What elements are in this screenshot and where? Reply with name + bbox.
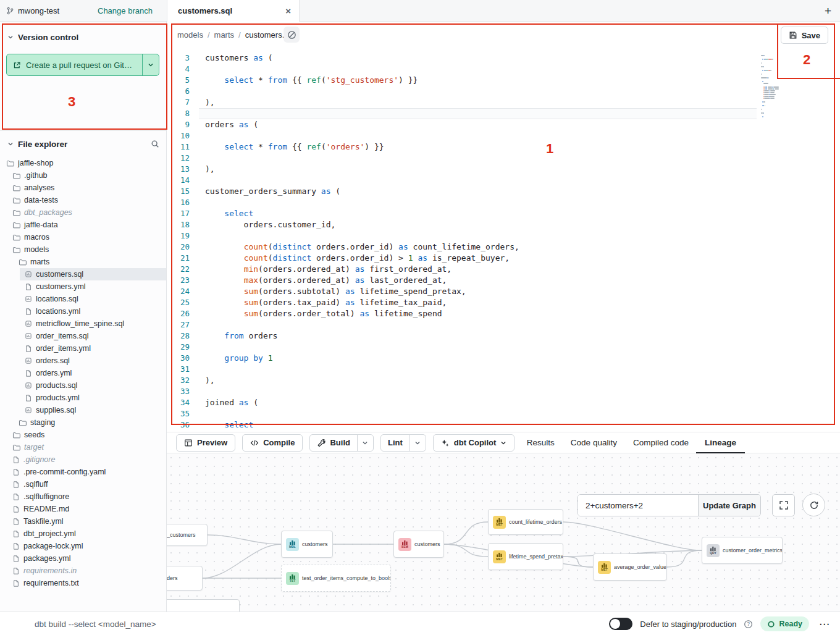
code-editor[interactable]: 3customers as (45 select * from {{ ref('… xyxy=(167,48,840,432)
code-line-27[interactable]: 27 xyxy=(167,319,840,330)
tab-compiled-code[interactable]: Compiled code xyxy=(633,432,689,453)
tree-item-orders.sql[interactable]: orders.sql xyxy=(0,355,167,367)
tree-item-requirements.in[interactable]: requirements.in xyxy=(0,565,167,577)
branch-indicator[interactable]: mwong-test xyxy=(6,0,59,22)
tree-item-macros[interactable]: macros xyxy=(0,231,167,243)
lineage-node-stg_customers[interactable]: MDLstg_customers xyxy=(167,524,208,546)
tree-item-requirements.txt[interactable]: requirements.txt xyxy=(0,577,167,589)
code-line-14[interactable]: 14 xyxy=(167,175,840,186)
code-line-18[interactable]: 18 orders.customer_id, xyxy=(167,219,840,230)
tree-item-packages.yml[interactable]: packages.yml xyxy=(0,552,167,565)
editor-minimap[interactable] xyxy=(761,55,810,118)
code-line-25[interactable]: 25 sum(orders.tax_paid) as lifetime_tax_… xyxy=(167,297,840,308)
tree-item-customers.yml[interactable]: customers.yml xyxy=(0,280,167,293)
code-line-26[interactable]: 26 sum(orders.order_total) as lifetime_s… xyxy=(167,308,840,319)
tree-item-package-lock.yml[interactable]: package-lock.yml xyxy=(0,540,167,552)
breadcrumb-item[interactable]: models xyxy=(177,30,203,40)
tree-item-.sqlfluffignore[interactable]: .sqlfluffignore xyxy=(0,490,167,503)
change-branch-link[interactable]: Change branch xyxy=(98,0,153,22)
code-line-15[interactable]: 15customer_orders_summary as ( xyxy=(167,186,840,197)
code-line-33[interactable]: 33 xyxy=(167,386,840,397)
version-control-header[interactable]: Version control xyxy=(0,29,167,45)
help-icon[interactable]: ? xyxy=(744,620,753,629)
code-line-11[interactable]: 11 select * from {{ ref('orders') }} xyxy=(167,141,840,153)
code-line-4[interactable]: 4 xyxy=(167,64,840,75)
lineage-search-input[interactable] xyxy=(578,495,698,516)
tree-item-dbt_packages[interactable]: dbt_packages xyxy=(0,206,167,219)
tree-item-customers.sql[interactable]: customers.sql xyxy=(0,268,167,280)
update-graph-button[interactable]: Update Graph xyxy=(698,495,760,516)
code-line-16[interactable]: 16 xyxy=(167,197,840,208)
code-line-3[interactable]: 3customers as ( xyxy=(167,53,840,64)
code-line-19[interactable]: 19 xyxy=(167,230,840,242)
code-line-17[interactable]: 17 select xyxy=(167,208,840,219)
tree-item-seeds[interactable]: seeds xyxy=(0,429,167,441)
build-button[interactable]: Build xyxy=(310,435,357,451)
tree-item-jaffle-shop[interactable]: jaffle-shop xyxy=(0,157,167,169)
dbt-copilot-button[interactable]: dbt Copilot xyxy=(433,434,515,452)
more-menu-button[interactable]: ⋯ xyxy=(817,618,833,631)
code-line-28[interactable]: 28 from orders xyxy=(167,330,840,342)
tab-customers-sql[interactable]: customers.sql × xyxy=(167,0,300,22)
code-line-5[interactable]: 5 select * from {{ ref('stg_customers') … xyxy=(167,75,840,86)
tree-item-orders.yml[interactable]: orders.yml xyxy=(0,367,167,379)
code-line-9[interactable]: 9orders as ( xyxy=(167,119,840,130)
tab-code-quality[interactable]: Code quality xyxy=(571,432,617,453)
code-line-13[interactable]: 13), xyxy=(167,164,840,175)
tree-item-.sqlfluff[interactable]: .sqlfluff xyxy=(0,478,167,490)
refresh-button[interactable] xyxy=(802,494,825,516)
fullscreen-button[interactable] xyxy=(772,494,795,516)
code-line-36[interactable]: 36 select xyxy=(167,419,840,431)
code-line-29[interactable]: 29 xyxy=(167,342,840,353)
lineage-node-test_order_items_compute_to_bools…[interactable]: TSTtest_order_items_compute_to_bools… xyxy=(281,565,391,592)
code-line-6[interactable]: 6 xyxy=(167,86,840,97)
code-line-24[interactable]: 24 sum(orders.subtotal) as lifetime_spen… xyxy=(167,286,840,297)
tree-item-products.sql[interactable]: products.sql xyxy=(0,379,167,392)
code-line-20[interactable]: 20 count(distinct orders.order_id) as co… xyxy=(167,242,840,253)
tree-item-README.md[interactable]: README.md xyxy=(0,503,167,515)
tab-lineage[interactable]: Lineage xyxy=(705,432,736,453)
tree-item-staging[interactable]: staging xyxy=(0,416,167,429)
create-pr-button[interactable]: Create a pull request on Git… xyxy=(6,54,159,76)
pr-dropdown-button[interactable] xyxy=(142,54,159,75)
tree-item-analyses[interactable]: analyses xyxy=(0,182,167,194)
tree-item-marts[interactable]: marts xyxy=(0,256,167,268)
code-line-31[interactable]: 31 xyxy=(167,364,840,375)
code-line-8[interactable]: 8 xyxy=(167,108,840,119)
tree-item-.gitignore[interactable]: .gitignore xyxy=(0,453,167,466)
close-icon[interactable]: × xyxy=(285,6,291,15)
tree-item-locations.sql[interactable]: locations.sql xyxy=(0,293,167,305)
tree-item-.pre-commit-config.yaml[interactable]: .pre-commit-config.yaml xyxy=(0,466,167,478)
lint-dropdown-button[interactable] xyxy=(410,435,426,451)
code-line-34[interactable]: 34joined as ( xyxy=(167,397,840,408)
tree-item-locations.yml[interactable]: locations.yml xyxy=(0,305,167,318)
save-button[interactable]: Save xyxy=(781,27,828,44)
code-line-21[interactable]: 21 count(distinct orders.order_id) > 1 a… xyxy=(167,253,840,264)
lint-button[interactable]: Lint xyxy=(381,435,410,451)
circle-slash-icon[interactable] xyxy=(284,27,300,43)
code-line-10[interactable]: 10 xyxy=(167,130,840,141)
tree-item-dbt_project.yml[interactable]: dbt_project.yml xyxy=(0,528,167,540)
tree-item-models[interactable]: models xyxy=(0,243,167,256)
tree-item-metricflow_time_spine.sql[interactable]: metricflow_time_spine.sql xyxy=(0,318,167,330)
preview-button[interactable]: Preview xyxy=(176,434,235,452)
lineage-node-customers[interactable]: MDLcustomers xyxy=(281,531,333,558)
build-dropdown-button[interactable] xyxy=(357,435,373,451)
tree-item-order_items.yml[interactable]: order_items.yml xyxy=(0,342,167,355)
lineage-node-customer_order_metrics[interactable]: QRYcustomer_order_metrics xyxy=(702,537,783,564)
code-line-32[interactable]: 32), xyxy=(167,375,840,386)
tree-item-jaffle-data[interactable]: jaffle-data xyxy=(0,219,167,231)
lineage-node-lifetime_spend_pretax[interactable]: METlifetime_spend_pretax xyxy=(488,543,563,570)
breadcrumb-item[interactable]: marts xyxy=(214,30,235,40)
code-line-30[interactable]: 30 group by 1 xyxy=(167,353,840,364)
tree-item-products.yml[interactable]: products.yml xyxy=(0,392,167,404)
code-line-12[interactable]: 12 xyxy=(167,153,840,164)
file-explorer-header[interactable]: File explorer xyxy=(0,136,167,152)
tree-item-Taskfile.yml[interactable]: Taskfile.yml xyxy=(0,515,167,528)
defer-toggle[interactable] xyxy=(609,618,632,630)
tab-results[interactable]: Results xyxy=(527,432,555,453)
lineage-node-customers[interactable]: SEMcustomers xyxy=(393,531,444,558)
lineage-node-orders[interactable]: MDLorders xyxy=(167,566,203,591)
add-tab-button[interactable]: + xyxy=(825,0,831,22)
compile-button[interactable]: Compile xyxy=(242,434,303,452)
